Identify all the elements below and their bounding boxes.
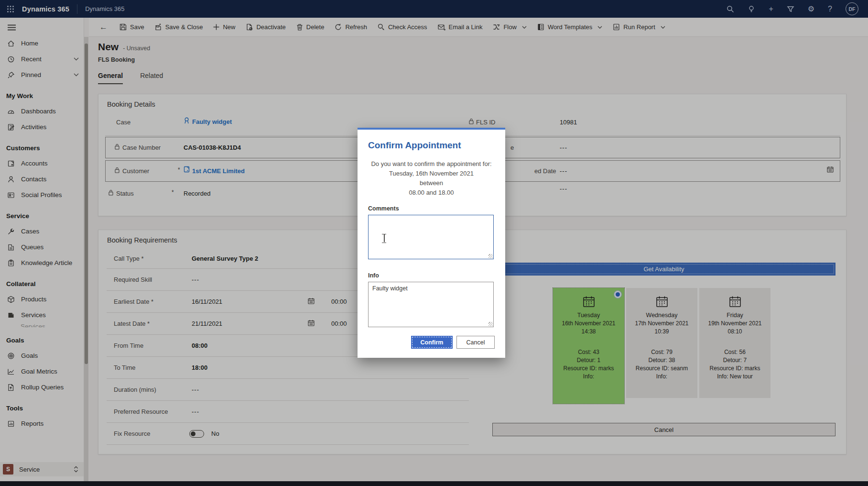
confirm-appointment-dialog: Confirm Appointment Do you want to confi… <box>358 128 505 358</box>
bottom-edge-strip <box>0 481 868 486</box>
resize-grip-icon[interactable] <box>488 322 493 326</box>
comments-label: Comments <box>368 205 399 212</box>
text-cursor-pointer <box>380 234 388 242</box>
info-textarea[interactable]: Faulty widget <box>368 282 494 327</box>
dialog-message: Do you want to confirm the appointment f… <box>358 159 505 198</box>
dialog-title: Confirm Appointment <box>368 140 461 151</box>
resize-grip-icon[interactable] <box>488 254 493 258</box>
app-window: Dynamics 365 Dynamics 365 + ⚙ ? D <box>0 0 868 486</box>
info-label: Info <box>368 272 379 279</box>
confirm-button[interactable]: Confirm <box>411 336 453 349</box>
cancel-button[interactable]: Cancel <box>456 336 495 349</box>
focus-ring <box>412 337 452 348</box>
